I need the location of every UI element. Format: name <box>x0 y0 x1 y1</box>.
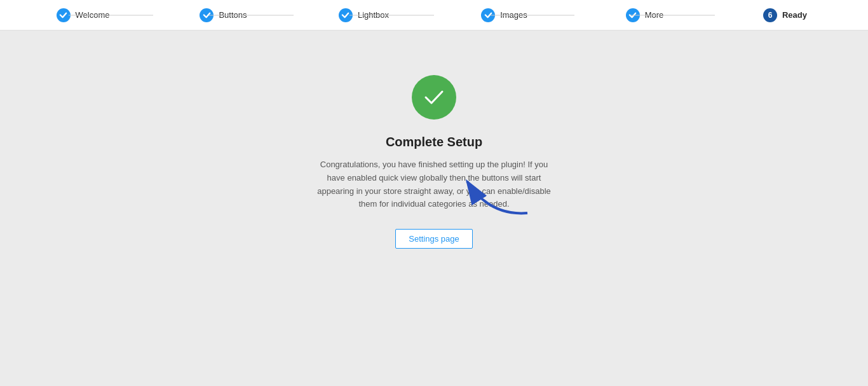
step-current-icon-ready: 6 <box>763 8 777 22</box>
step-label-lightbox: Lightbox <box>358 10 389 20</box>
wizard-step-ready[interactable]: 6 Ready <box>715 8 855 22</box>
step-completed-icon-buttons <box>200 8 214 22</box>
settings-page-button[interactable]: Settings page <box>395 229 473 249</box>
step-completed-icon-lightbox <box>339 8 353 22</box>
step-label-buttons: Buttons <box>219 10 247 20</box>
wizard-step-images[interactable]: Images <box>434 8 574 22</box>
wizard-step-buttons[interactable]: Buttons <box>153 8 294 22</box>
wizard-step-lightbox[interactable]: Lightbox <box>294 8 434 22</box>
step-completed-icon-more <box>626 8 640 22</box>
setup-title: Complete Setup <box>386 135 482 149</box>
wizard-nav: Welcome Buttons Lightbox Images More 6 R… <box>0 0 868 31</box>
step-completed-icon-welcome <box>57 8 71 22</box>
main-content: Complete Setup Congratulations, you have… <box>0 31 868 386</box>
success-icon <box>412 75 456 120</box>
wizard-step-more[interactable]: More <box>574 8 715 22</box>
step-label-welcome: Welcome <box>76 10 110 20</box>
step-completed-icon-images <box>481 8 495 22</box>
wizard-step-welcome[interactable]: Welcome <box>13 8 153 22</box>
step-label-more: More <box>645 10 664 20</box>
setup-description: Congratulations, you have finished setti… <box>310 158 558 211</box>
step-label-images: Images <box>500 10 527 20</box>
step-label-ready: Ready <box>782 10 807 20</box>
